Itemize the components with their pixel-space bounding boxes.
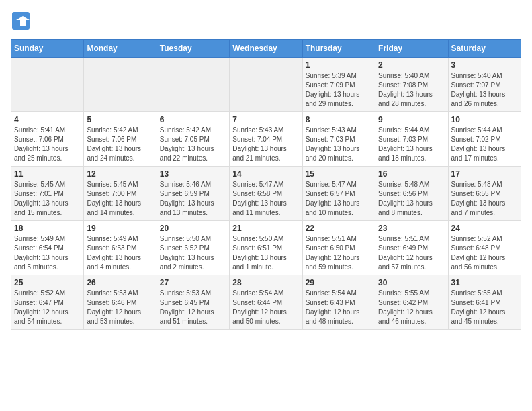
day-number: 18 (14, 224, 81, 233)
calendar-cell: 13Sunrise: 5:46 AM Sunset: 6:59 PM Dayli… (157, 167, 229, 221)
header-sunday: Sunday (11, 40, 84, 58)
cell-content: Sunrise: 5:45 AM Sunset: 7:01 PM Dayligh… (14, 180, 81, 218)
calendar-cell: 23Sunrise: 5:51 AM Sunset: 6:49 PM Dayli… (375, 221, 448, 275)
calendar-cell: 3Sunrise: 5:40 AM Sunset: 7:07 PM Daylig… (448, 58, 521, 112)
day-number: 25 (14, 278, 81, 287)
header-wednesday: Wednesday (230, 40, 302, 58)
calendar-cell: 28Sunrise: 5:54 AM Sunset: 6:44 PM Dayli… (230, 275, 302, 330)
calendar-cell: 17Sunrise: 5:48 AM Sunset: 6:55 PM Dayli… (448, 167, 521, 221)
calendar-week-row: 11Sunrise: 5:45 AM Sunset: 7:01 PM Dayli… (11, 167, 521, 221)
cell-content: Sunrise: 5:44 AM Sunset: 7:03 PM Dayligh… (378, 126, 445, 163)
calendar-cell: 2Sunrise: 5:40 AM Sunset: 7:08 PM Daylig… (375, 58, 448, 112)
day-number: 17 (451, 169, 518, 179)
cell-content: Sunrise: 5:54 AM Sunset: 6:43 PM Dayligh… (306, 289, 372, 326)
calendar-cell: 31Sunrise: 5:55 AM Sunset: 6:41 PM Dayli… (448, 275, 521, 330)
calendar-cell: 26Sunrise: 5:53 AM Sunset: 6:46 PM Dayli… (84, 275, 157, 330)
calendar-cell: 18Sunrise: 5:49 AM Sunset: 6:54 PM Dayli… (11, 221, 84, 275)
cell-content: Sunrise: 5:50 AM Sunset: 6:51 PM Dayligh… (232, 234, 299, 272)
header-thursday: Thursday (302, 40, 375, 58)
calendar-cell: 8Sunrise: 5:43 AM Sunset: 7:03 PM Daylig… (302, 112, 375, 167)
calendar-cell: 19Sunrise: 5:49 AM Sunset: 6:53 PM Dayli… (84, 221, 157, 275)
day-number: 15 (306, 169, 372, 179)
calendar-cell: 22Sunrise: 5:51 AM Sunset: 6:50 PM Dayli… (302, 221, 375, 275)
calendar-cell: 15Sunrise: 5:47 AM Sunset: 6:57 PM Dayli… (302, 167, 375, 221)
calendar-header-row: SundayMondayTuesdayWednesdayThursdayFrid… (11, 40, 521, 58)
calendar-week-row: 25Sunrise: 5:52 AM Sunset: 6:47 PM Dayli… (11, 275, 521, 330)
cell-content: Sunrise: 5:42 AM Sunset: 7:06 PM Dayligh… (87, 126, 153, 163)
day-number: 26 (87, 278, 153, 287)
calendar-week-row: 1Sunrise: 5:39 AM Sunset: 7:09 PM Daylig… (11, 58, 521, 112)
day-number: 8 (306, 115, 372, 124)
day-number: 19 (87, 224, 153, 233)
calendar-cell: 21Sunrise: 5:50 AM Sunset: 6:51 PM Dayli… (230, 221, 302, 275)
calendar-table: SundayMondayTuesdayWednesdayThursdayFrid… (11, 39, 521, 330)
calendar-cell: 14Sunrise: 5:47 AM Sunset: 6:58 PM Dayli… (230, 167, 302, 221)
calendar-cell (157, 58, 229, 112)
header-friday: Friday (375, 40, 448, 58)
cell-content: Sunrise: 5:51 AM Sunset: 6:49 PM Dayligh… (378, 234, 445, 272)
cell-content: Sunrise: 5:43 AM Sunset: 7:03 PM Dayligh… (306, 126, 372, 163)
cell-content: Sunrise: 5:42 AM Sunset: 7:05 PM Dayligh… (160, 126, 226, 163)
page-header (11, 11, 521, 31)
header-tuesday: Tuesday (157, 40, 229, 58)
calendar-cell: 25Sunrise: 5:52 AM Sunset: 6:47 PM Dayli… (11, 275, 84, 330)
logo (11, 11, 32, 31)
cell-content: Sunrise: 5:45 AM Sunset: 7:00 PM Dayligh… (87, 180, 153, 218)
calendar-cell: 10Sunrise: 5:44 AM Sunset: 7:02 PM Dayli… (448, 112, 521, 167)
day-number: 20 (160, 224, 226, 233)
header-monday: Monday (84, 40, 157, 58)
cell-content: Sunrise: 5:50 AM Sunset: 6:52 PM Dayligh… (160, 234, 226, 272)
day-number: 12 (87, 169, 153, 179)
calendar-cell: 20Sunrise: 5:50 AM Sunset: 6:52 PM Dayli… (157, 221, 229, 275)
calendar-cell: 11Sunrise: 5:45 AM Sunset: 7:01 PM Dayli… (11, 167, 84, 221)
calendar-cell: 1Sunrise: 5:39 AM Sunset: 7:09 PM Daylig… (302, 58, 375, 112)
cell-content: Sunrise: 5:44 AM Sunset: 7:02 PM Dayligh… (451, 126, 518, 163)
calendar-cell: 16Sunrise: 5:48 AM Sunset: 6:56 PM Dayli… (375, 167, 448, 221)
day-number: 22 (306, 224, 372, 233)
cell-content: Sunrise: 5:40 AM Sunset: 7:08 PM Dayligh… (378, 71, 445, 109)
cell-content: Sunrise: 5:48 AM Sunset: 6:56 PM Dayligh… (378, 180, 445, 218)
cell-content: Sunrise: 5:40 AM Sunset: 7:07 PM Dayligh… (451, 71, 518, 109)
day-number: 29 (306, 278, 372, 287)
day-number: 31 (451, 278, 518, 287)
cell-content: Sunrise: 5:54 AM Sunset: 6:44 PM Dayligh… (232, 289, 299, 326)
calendar-cell: 4Sunrise: 5:41 AM Sunset: 7:06 PM Daylig… (11, 112, 84, 167)
logo-icon (11, 11, 31, 31)
calendar-cell: 6Sunrise: 5:42 AM Sunset: 7:05 PM Daylig… (157, 112, 229, 167)
calendar-cell (84, 58, 157, 112)
day-number: 10 (451, 115, 518, 124)
day-number: 1 (306, 60, 372, 70)
cell-content: Sunrise: 5:52 AM Sunset: 6:48 PM Dayligh… (451, 234, 518, 272)
calendar-cell (11, 58, 84, 112)
day-number: 13 (160, 169, 226, 179)
cell-content: Sunrise: 5:52 AM Sunset: 6:47 PM Dayligh… (14, 289, 81, 326)
day-number: 11 (14, 169, 81, 179)
day-number: 16 (378, 169, 445, 179)
day-number: 24 (451, 224, 518, 233)
day-number: 3 (451, 60, 518, 70)
day-number: 23 (378, 224, 445, 233)
cell-content: Sunrise: 5:53 AM Sunset: 6:45 PM Dayligh… (160, 289, 226, 326)
day-number: 30 (378, 278, 445, 287)
day-number: 5 (87, 115, 153, 124)
day-number: 14 (232, 169, 299, 179)
day-number: 9 (378, 115, 445, 124)
calendar-cell: 29Sunrise: 5:54 AM Sunset: 6:43 PM Dayli… (302, 275, 375, 330)
day-number: 21 (232, 224, 299, 233)
cell-content: Sunrise: 5:43 AM Sunset: 7:04 PM Dayligh… (232, 126, 299, 163)
cell-content: Sunrise: 5:49 AM Sunset: 6:53 PM Dayligh… (87, 234, 153, 272)
calendar-cell (230, 58, 302, 112)
calendar-cell: 24Sunrise: 5:52 AM Sunset: 6:48 PM Dayli… (448, 221, 521, 275)
day-number: 2 (378, 60, 445, 70)
cell-content: Sunrise: 5:41 AM Sunset: 7:06 PM Dayligh… (14, 126, 81, 163)
cell-content: Sunrise: 5:51 AM Sunset: 6:50 PM Dayligh… (306, 234, 372, 272)
cell-content: Sunrise: 5:47 AM Sunset: 6:57 PM Dayligh… (306, 180, 372, 218)
day-number: 4 (14, 115, 81, 124)
day-number: 28 (232, 278, 299, 287)
day-number: 7 (232, 115, 299, 124)
header-saturday: Saturday (448, 40, 521, 58)
cell-content: Sunrise: 5:46 AM Sunset: 6:59 PM Dayligh… (160, 180, 226, 218)
cell-content: Sunrise: 5:49 AM Sunset: 6:54 PM Dayligh… (14, 234, 81, 272)
cell-content: Sunrise: 5:48 AM Sunset: 6:55 PM Dayligh… (451, 180, 518, 218)
calendar-cell: 5Sunrise: 5:42 AM Sunset: 7:06 PM Daylig… (84, 112, 157, 167)
